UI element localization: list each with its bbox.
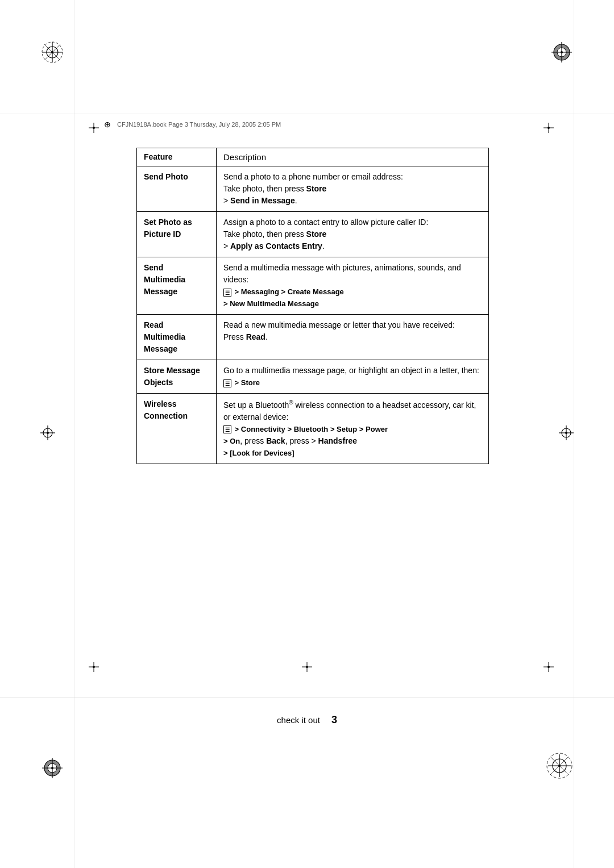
desc-send-multimedia: Send a multimedia message with pictures,… [217,257,489,315]
feature-label-line2: Connection [144,411,188,420]
feature-label: Send Photo [144,172,188,181]
corner-mark-bottom-right [545,751,574,783]
feature-read-multimedia: Read Multimedia Message [137,315,217,360]
page-border-top [0,114,614,114]
table-row: Send Photo Send a photo to a phone numbe… [137,166,489,212]
col-header-feature: Feature [137,148,217,166]
col-header-description: Description [217,148,489,166]
corner-mark-top-right [549,40,574,67]
header-line: CFJN1918A.book Page 3 Thursday, July 28,… [102,119,580,130]
feature-send-photo: Send Photo [137,166,217,212]
feature-label-line2: Multimedia [144,275,185,284]
header-area: CFJN1918A.book Page 3 Thursday, July 28,… [102,119,580,130]
desc-set-photo: Assign a photo to a contact entry to all… [217,212,489,257]
feature-set-photo: Set Photo as Picture ID [137,212,217,257]
table-row: Send Multimedia Message Send a multimedi… [137,257,489,315]
feature-label-line2: Objects [144,378,173,387]
header-crosshair-icon [102,119,113,130]
page-border-bottom [0,697,614,698]
desc-store-message: Go to a multimedia message page, or high… [217,360,489,394]
mid-right-mark [558,425,574,443]
feature-send-multimedia: Send Multimedia Message [137,257,217,315]
feature-store-message: Store Message Objects [137,360,217,394]
table-row: Store Message Objects Go to a multimedia… [137,360,489,394]
desc-wireless: Set up a Bluetooth® wireless connection … [217,394,489,464]
header-file-info: CFJN1918A.book Page 3 Thursday, July 28,… [117,121,281,128]
corner-mark-top-left [40,40,65,67]
feature-label-line1: Store Message [144,366,200,375]
feature-wireless: Wireless Connection [137,394,217,464]
feature-label-line1: Read [144,320,163,329]
feature-table: Feature Description Send Photo Send a ph… [136,148,489,464]
edge-top-left-mark [88,122,99,136]
page-border-left [74,0,74,868]
edge-bottom-center-mark [301,661,313,675]
table-row: Wireless Connection Set up a Bluetooth® … [137,394,489,464]
table-row: Read Multimedia Message Read a new multi… [137,315,489,360]
feature-label-line2: Picture ID [144,229,181,239]
feature-label-line1: Set Photo as [144,218,192,227]
feature-label-line3: Message [144,287,177,296]
edge-bottom-left-mark [88,661,99,675]
mid-left-mark [40,425,56,443]
feature-label-line3: Message [144,344,177,353]
footer-page-number: 3 [331,714,337,726]
feature-label-line2: Multimedia [144,332,185,341]
page: CFJN1918A.book Page 3 Thursday, July 28,… [0,0,614,868]
table-row: Set Photo as Picture ID Assign a photo t… [137,212,489,257]
edge-bottom-right-mark [543,661,554,675]
feature-label-line1: Send [144,263,163,272]
footer-area: check it out 3 [0,714,614,726]
desc-send-photo: Send a photo to a phone number or email … [217,166,489,212]
desc-read-multimedia: Read a new multimedia message or letter … [217,315,489,360]
corner-mark-bottom-left [40,756,65,783]
main-content: Feature Description Send Photo Send a ph… [136,148,489,464]
footer-label: check it out [277,715,320,725]
feature-label-line1: Wireless [144,399,176,408]
